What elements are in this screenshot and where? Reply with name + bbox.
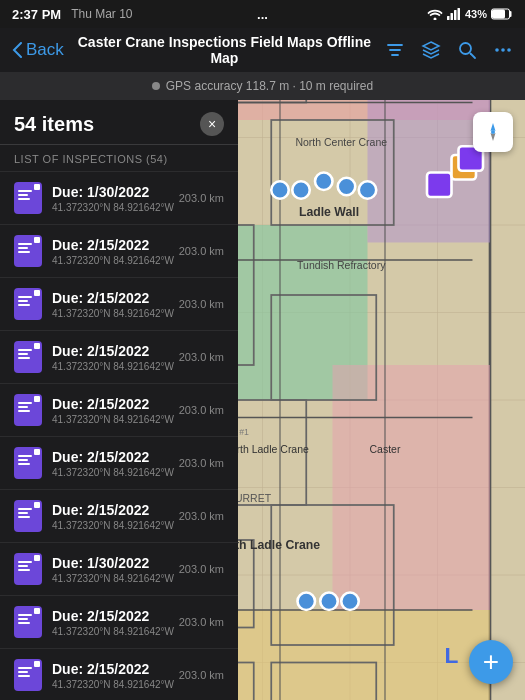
svg-point-69: [292, 181, 310, 199]
svg-rect-5: [493, 10, 505, 18]
search-icon[interactable]: [457, 40, 477, 60]
doc-icon: [18, 243, 32, 245]
nav-actions: [385, 40, 513, 60]
inspection-info: Due: 2/15/2022 41.372320°N 84.921642°W: [52, 608, 169, 637]
status-bar-right: 43%: [427, 8, 513, 20]
svg-point-9: [507, 48, 511, 52]
inspection-icon: [14, 500, 42, 532]
inspection-coords: 41.372320°N 84.921642°W: [52, 573, 169, 584]
inspection-due: Due: 2/15/2022: [52, 237, 169, 253]
svg-text:North Center Crane: North Center Crane: [295, 136, 387, 148]
inspection-info: Due: 1/30/2022 41.372320°N 84.921642°W: [52, 555, 169, 584]
battery-display: 43%: [465, 8, 487, 20]
inspection-due: Due: 2/15/2022: [52, 502, 169, 518]
inspection-info: Due: 2/15/2022 41.372320°N 84.921642°W: [52, 396, 169, 425]
sort-icon[interactable]: [385, 40, 405, 60]
inspection-due: Due: 2/15/2022: [52, 661, 169, 677]
inspection-item[interactable]: Due: 2/15/2022 41.372320°N 84.921642°W 2…: [0, 384, 238, 437]
add-button[interactable]: +: [469, 640, 513, 684]
navigation-button[interactable]: [473, 112, 513, 152]
panel-title: 54 items: [14, 113, 94, 136]
inspection-info: Due: 2/15/2022 41.372320°N 84.921642°W: [52, 502, 169, 531]
svg-point-8: [501, 48, 505, 52]
inspection-distance: 203.0 km: [179, 669, 224, 681]
svg-point-78: [298, 593, 316, 611]
svg-point-6: [460, 43, 471, 54]
inspection-distance: 203.0 km: [179, 351, 224, 363]
inspection-coords: 41.372320°N 84.921642°W: [52, 679, 169, 690]
inspection-icon: [14, 447, 42, 479]
doc-icon: [18, 190, 32, 192]
date-display: Thu Mar 10: [71, 7, 132, 21]
back-chevron-icon: [12, 42, 22, 58]
svg-text:Tundish Refractory: Tundish Refractory: [297, 259, 386, 271]
inspection-icon: [14, 288, 42, 320]
inspection-distance: 203.0 km: [179, 192, 224, 204]
inspection-info: Due: 1/30/2022 41.372320°N 84.921642°W: [52, 184, 169, 213]
svg-point-7: [495, 48, 499, 52]
inspection-info: Due: 2/15/2022 41.372320°N 84.921642°W: [52, 290, 169, 319]
svg-text:Caster: Caster: [370, 443, 401, 455]
svg-point-71: [338, 178, 356, 196]
inspection-item[interactable]: Due: 2/15/2022 41.372320°N 84.921642°W 2…: [0, 649, 238, 700]
svg-point-90: [491, 130, 495, 134]
back-label: Back: [26, 40, 64, 60]
inspection-coords: 41.372320°N 84.921642°W: [52, 255, 169, 266]
inspection-info: Due: 2/15/2022 41.372320°N 84.921642°W: [52, 237, 169, 266]
panel-header: 54 items ×: [0, 100, 238, 145]
inspection-due: Due: 1/30/2022: [52, 555, 169, 571]
inspection-item[interactable]: Due: 2/15/2022 41.372320°N 84.921642°W 2…: [0, 331, 238, 384]
svg-point-70: [315, 173, 333, 191]
svg-rect-3: [457, 8, 460, 20]
inspection-icon: [14, 394, 42, 426]
svg-point-79: [320, 593, 338, 611]
inspection-item[interactable]: Due: 2/15/2022 41.372320°N 84.921642°W 2…: [0, 490, 238, 543]
inspection-due: Due: 2/15/2022: [52, 290, 169, 306]
battery-icon: [491, 8, 513, 20]
doc-icon: [18, 402, 32, 404]
more-icon[interactable]: [493, 40, 513, 60]
inspection-item[interactable]: Due: 2/15/2022 41.372320°N 84.921642°W 2…: [0, 225, 238, 278]
inspection-item[interactable]: Due: 2/15/2022 41.372320°N 84.921642°W 2…: [0, 437, 238, 490]
inspection-coords: 41.372320°N 84.921642°W: [52, 626, 169, 637]
inspection-item[interactable]: Due: 2/15/2022 41.372320°N 84.921642°W 2…: [0, 278, 238, 331]
gps-dot: [152, 82, 160, 90]
svg-text:L: L: [445, 642, 459, 668]
status-bar-left: 2:37 PM Thu Mar 10: [12, 7, 133, 22]
gps-text: GPS accuracy 118.7 m · 10 m required: [166, 79, 373, 93]
panel-close-button[interactable]: ×: [200, 112, 224, 136]
inspection-coords: 41.372320°N 84.921642°W: [52, 414, 169, 425]
inspection-item[interactable]: Due: 1/30/2022 41.372320°N 84.921642°W 2…: [0, 172, 238, 225]
wifi-icon: [427, 8, 443, 20]
inspection-list[interactable]: Due: 1/30/2022 41.372320°N 84.921642°W 2…: [0, 172, 238, 700]
svg-rect-1: [450, 13, 453, 20]
svg-rect-2: [454, 10, 457, 20]
doc-icon: [18, 296, 32, 298]
inspection-item[interactable]: Due: 2/15/2022 41.372320°N 84.921642°W 2…: [0, 596, 238, 649]
nav-bar: Back Caster Crane Inspections Field Maps…: [0, 28, 525, 72]
inspection-due: Due: 2/15/2022: [52, 608, 169, 624]
doc-icon: [18, 508, 32, 510]
svg-point-80: [341, 593, 359, 611]
inspection-icon: [14, 235, 42, 267]
inspection-distance: 203.0 km: [179, 510, 224, 522]
gps-bar: GPS accuracy 118.7 m · 10 m required: [0, 72, 525, 100]
inspection-distance: 203.0 km: [179, 563, 224, 575]
doc-icon: [18, 561, 32, 563]
inspection-due: Due: 2/15/2022: [52, 343, 169, 359]
inspection-coords: 41.372320°N 84.921642°W: [52, 308, 169, 319]
inspection-icon: [14, 182, 42, 214]
status-bar-dots: ...: [257, 7, 268, 22]
panel-section-label: LIST OF INSPECTIONS (54): [0, 145, 238, 172]
inspection-due: Due: 2/15/2022: [52, 396, 169, 412]
layers-icon[interactable]: [421, 40, 441, 60]
svg-rect-32: [333, 365, 491, 610]
inspection-item[interactable]: Due: 1/30/2022 41.372320°N 84.921642°W 2…: [0, 543, 238, 596]
inspection-icon: [14, 606, 42, 638]
inspection-due: Due: 1/30/2022: [52, 184, 169, 200]
doc-icon: [18, 614, 32, 616]
inspection-icon: [14, 659, 42, 691]
doc-icon: [18, 349, 32, 351]
inspection-distance: 203.0 km: [179, 457, 224, 469]
back-button[interactable]: Back: [12, 40, 64, 60]
